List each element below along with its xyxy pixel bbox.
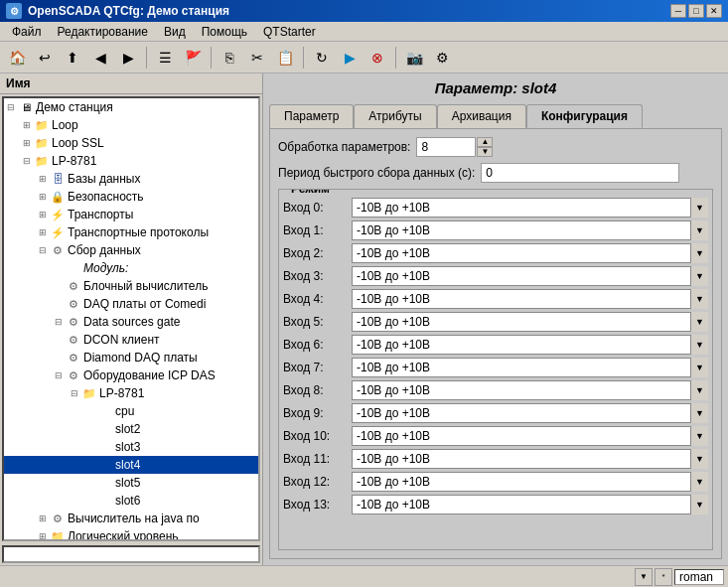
title-bar: ⚙ OpenSCADA QTCfg: Демо станция ─ □ ✕: [0, 0, 728, 22]
input-select-8[interactable]: -10В до +10В: [352, 380, 708, 400]
input-select-10[interactable]: -10В до +10В: [352, 426, 708, 446]
cut-button[interactable]: ✂: [244, 45, 270, 71]
tree-item-daq[interactable]: ⊟ ⚙ Сбор данных: [4, 241, 258, 259]
tree-item-protocol[interactable]: ⊞ ⚡ Транспортные протоколы: [4, 223, 258, 241]
stop-button[interactable]: ⊗: [364, 45, 390, 71]
tree-toggle[interactable]: ⊞: [36, 174, 50, 184]
settings-button[interactable]: ⚙: [429, 45, 455, 71]
play-button[interactable]: ▶: [337, 45, 363, 71]
tree-item-db[interactable]: ⊞ 🗄 Базы данных: [4, 170, 258, 188]
menu-qtstarter[interactable]: QTStarter: [255, 23, 324, 41]
tree-item-dcon[interactable]: ⚙ DCON клиент: [4, 331, 258, 349]
tree-item-slot4[interactable]: slot4: [4, 456, 258, 474]
input-row-0: Вход 0: -10В до +10В ▼: [283, 198, 708, 218]
tree-item-demo[interactable]: ⊟ 🖥 Демо станция: [4, 98, 258, 116]
tab-config[interactable]: Конфигурация: [526, 104, 643, 128]
tab-archive[interactable]: Архивация: [437, 104, 526, 128]
minimize-button[interactable]: ─: [670, 4, 686, 18]
back-button[interactable]: ↩: [32, 45, 58, 71]
menu-help[interactable]: Помощь: [194, 23, 255, 41]
tree-toggle[interactable]: ⊟: [52, 370, 66, 380]
tree-toggle[interactable]: ⊞: [36, 210, 50, 220]
up-button[interactable]: ⬆: [60, 45, 85, 71]
tree-search-input[interactable]: [2, 545, 260, 563]
tree-item-lp8781-root[interactable]: ⊟ 📁 LP-8781: [4, 152, 258, 170]
tab-attr[interactable]: Атрибуты: [354, 104, 436, 128]
paste-button[interactable]: 📋: [272, 45, 298, 71]
processing-input[interactable]: [416, 137, 476, 157]
tab-param[interactable]: Параметр: [269, 104, 354, 128]
tree-item-cpu[interactable]: cpu: [4, 402, 258, 420]
menu-file[interactable]: Файл: [4, 23, 50, 41]
tree-item-slot6[interactable]: slot6: [4, 492, 258, 510]
menu-view[interactable]: Вид: [156, 23, 194, 41]
tree-label: slot4: [115, 458, 140, 472]
input-select-0[interactable]: -10В до +10В: [352, 198, 708, 218]
tree-toggle[interactable]: ⊟: [4, 102, 18, 112]
tree-toggle[interactable]: ⊞: [36, 514, 50, 523]
input-label-0: Вход 0:: [283, 201, 348, 215]
input-select-13[interactable]: -10В до +10В: [352, 495, 708, 514]
tree-item-data-sources[interactable]: ⊟ ⚙ Data sources gate: [4, 313, 258, 331]
period-input[interactable]: [481, 163, 679, 183]
flag-button[interactable]: 🚩: [180, 45, 206, 71]
tree-item-daq-comedi[interactable]: ⚙ DAQ платы от Comedi: [4, 295, 258, 313]
tree-container[interactable]: ⊟ 🖥 Демо станция ⊞ 📁 Loop ⊞ 📁 Loop SSL ⊟…: [2, 96, 260, 541]
next-button[interactable]: ▶: [115, 45, 141, 71]
input-label-13: Вход 13:: [283, 498, 348, 512]
tree-item-slot5[interactable]: slot5: [4, 474, 258, 492]
tree-toggle[interactable]: ⊟: [68, 388, 81, 398]
spin-up-button[interactable]: ▲: [477, 137, 493, 147]
list-button[interactable]: ☰: [152, 45, 178, 71]
tree-item-diamond[interactable]: ⚙ Diamond DAQ платы: [4, 349, 258, 367]
screenshot-button[interactable]: 📷: [401, 45, 427, 71]
maximize-button[interactable]: □: [688, 4, 704, 18]
slot-icon: [97, 421, 113, 437]
tree-item-java-calc[interactable]: ⊞ ⚙ Вычислитель на java по: [4, 510, 258, 527]
tree-toggle[interactable]: ⊞: [36, 227, 50, 237]
toolbar-separator-2: [211, 47, 212, 69]
tree-item-logic[interactable]: ⊞ 📁 Логический уровень: [4, 527, 258, 541]
tree-toggle[interactable]: ⊟: [36, 245, 50, 255]
tree-toggle[interactable]: ⊞: [20, 138, 34, 148]
input-select-9[interactable]: -10В до +10В: [352, 403, 708, 423]
shield-icon: 🔒: [50, 189, 66, 205]
config-panel: Обработка параметров: ▲ ▼ Период быстрог…: [269, 128, 722, 559]
input-select-5[interactable]: -10В до +10В: [352, 312, 708, 332]
slot-icon: [97, 403, 113, 419]
input-select-6[interactable]: -10В до +10В: [352, 335, 708, 355]
window-title: OpenSCADA QTCfg: Демо станция: [28, 4, 229, 18]
close-button[interactable]: ✕: [706, 4, 722, 18]
slot-icon: [97, 457, 113, 473]
tree-item-slot3[interactable]: slot3: [4, 438, 258, 456]
tree-item-lp8781[interactable]: ⊟ 📁 LP-8781: [4, 384, 258, 402]
tree-item-slot2[interactable]: slot2: [4, 420, 258, 438]
empty-icon: [66, 260, 81, 276]
tree-toggle[interactable]: ⊞: [36, 531, 50, 541]
tree-toggle[interactable]: ⊟: [52, 317, 66, 327]
status-dropdown-button[interactable]: ▼: [635, 568, 653, 586]
refresh-button[interactable]: ↻: [309, 45, 335, 71]
status-star-button[interactable]: *: [655, 568, 672, 586]
tree-item-loop-ssl[interactable]: ⊞ 📁 Loop SSL: [4, 134, 258, 152]
menu-edit[interactable]: Редактирование: [50, 23, 156, 41]
copy-button[interactable]: ⎘: [217, 45, 242, 71]
input-select-3[interactable]: -10В до +10В: [352, 266, 708, 286]
input-select-2[interactable]: -10В до +10В: [352, 243, 708, 263]
prev-button[interactable]: ◀: [87, 45, 113, 71]
tree-item-security[interactable]: ⊞ 🔒 Безопасность: [4, 188, 258, 206]
home-button[interactable]: 🏠: [4, 45, 30, 71]
input-select-7[interactable]: -10В до +10В: [352, 358, 708, 377]
input-select-11[interactable]: -10В до +10В: [352, 449, 708, 469]
tree-item-transport[interactable]: ⊞ ⚡ Транспорты: [4, 206, 258, 223]
spin-down-button[interactable]: ▼: [477, 147, 493, 157]
input-select-4[interactable]: -10В до +10В: [352, 289, 708, 309]
tree-item-block-calc[interactable]: ⚙ Блочный вычислитель: [4, 277, 258, 295]
tree-toggle[interactable]: ⊟: [20, 156, 34, 166]
input-select-1[interactable]: -10В до +10В: [352, 220, 708, 240]
tree-toggle[interactable]: ⊞: [20, 120, 34, 130]
tree-item-icp-das[interactable]: ⊟ ⚙ Оборудование ICP DAS: [4, 367, 258, 384]
tree-item-loop[interactable]: ⊞ 📁 Loop: [4, 116, 258, 134]
input-select-12[interactable]: -10В до +10В: [352, 472, 708, 492]
tree-toggle[interactable]: ⊞: [36, 192, 50, 202]
